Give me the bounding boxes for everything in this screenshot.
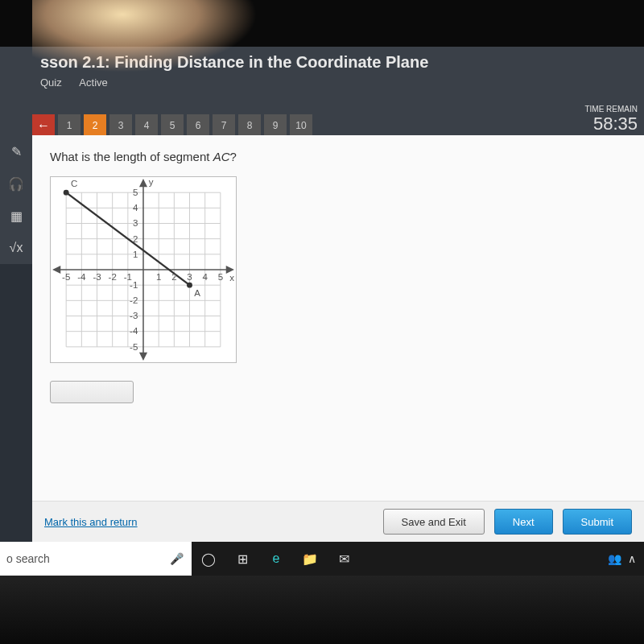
screen: sson 2.1: Finding Distance in the Coordi…	[0, 47, 644, 542]
svg-marker-22	[227, 266, 233, 273]
svg-text:-2: -2	[130, 295, 138, 305]
svg-text:A: A	[194, 288, 200, 298]
tool-column: ✎ 🎧 ▦ √x	[0, 135, 32, 264]
svg-marker-23	[54, 266, 60, 273]
svg-marker-25	[140, 353, 147, 360]
sqrt-tool-icon[interactable]: √x	[0, 232, 32, 264]
timer-label: TIME REMAIN	[584, 105, 638, 114]
svg-text:1: 1	[156, 272, 161, 282]
save-and-exit-button[interactable]: Save and Exit	[383, 509, 485, 535]
coordinate-graph: -5-5-4-4-3-3-2-2-1-11122334455CAxy	[50, 176, 237, 363]
question-nav-10[interactable]: 10	[290, 114, 312, 137]
question-nav-5[interactable]: 5	[161, 114, 184, 137]
timer-value: 58:35	[584, 114, 638, 134]
svg-text:5: 5	[218, 272, 223, 282]
question-nav-2[interactable]: 2	[84, 114, 106, 137]
cortana-icon[interactable]: ◯	[192, 542, 225, 576]
taskbar-tray: 👥 ∧	[608, 552, 644, 565]
submit-button[interactable]: Submit	[563, 509, 632, 535]
laptop-frame: sson 2.1: Finding Distance in the Coordi…	[0, 0, 644, 644]
svg-text:-4: -4	[130, 327, 138, 336]
svg-text:4: 4	[133, 203, 138, 213]
prompt-suffix: ?	[229, 150, 236, 163]
svg-text:-5: -5	[130, 342, 138, 352]
svg-text:y: y	[149, 177, 154, 187]
svg-text:x: x	[229, 273, 234, 283]
svg-text:-1: -1	[130, 280, 138, 290]
people-icon[interactable]: 👥	[608, 552, 621, 565]
question-prompt: What is the length of segment AC?	[50, 150, 626, 163]
svg-text:2: 2	[133, 234, 138, 244]
file-explorer-icon[interactable]: 📁	[293, 542, 327, 576]
timer-box: TIME REMAIN 58:35	[584, 105, 644, 134]
tray-chevron-icon[interactable]: ∧	[628, 552, 636, 565]
prompt-prefix: What is the length of segment	[50, 150, 213, 163]
windows-taskbar: o search 🎤 ◯ ⊞ e 📁 ✉ 👥 ∧	[0, 542, 644, 576]
question-nav-8[interactable]: 8	[238, 114, 261, 137]
taskview-icon[interactable]: ⊞	[225, 542, 259, 576]
svg-text:C: C	[71, 178, 77, 188]
svg-text:2: 2	[171, 272, 176, 282]
question-nav-3[interactable]: 3	[109, 114, 132, 137]
svg-text:1: 1	[133, 250, 138, 259]
quiz-label: Quiz	[40, 76, 62, 89]
svg-point-28	[187, 283, 192, 288]
mail-icon[interactable]: ✉	[327, 542, 361, 576]
mic-icon[interactable]: 🎤	[170, 552, 184, 565]
svg-point-27	[64, 190, 69, 196]
svg-text:-5: -5	[62, 272, 70, 282]
svg-text:5: 5	[133, 188, 138, 197]
segment-name: AC	[213, 150, 230, 163]
taskbar-search[interactable]: o search 🎤	[0, 542, 192, 576]
next-button[interactable]: Next	[494, 509, 553, 535]
active-label: Active	[79, 76, 107, 89]
laptop-bezel-bottom	[0, 576, 644, 644]
svg-text:-4: -4	[77, 272, 86, 282]
headphones-tool-icon[interactable]: 🎧	[0, 167, 32, 200]
svg-text:4: 4	[202, 272, 208, 282]
pencil-tool-icon[interactable]: ✎	[0, 135, 32, 167]
svg-text:-2: -2	[109, 272, 117, 282]
question-number-list: 12345678910	[58, 114, 316, 137]
question-nav-7[interactable]: 7	[213, 114, 235, 137]
question-content: What is the length of segment AC?	[32, 135, 644, 502]
question-nav-9[interactable]: 9	[264, 114, 287, 137]
question-nav-6[interactable]: 6	[187, 114, 209, 137]
svg-marker-24	[140, 180, 147, 187]
bottom-bar: Mark this and return Save and Exit Next …	[32, 501, 644, 542]
question-nav-1[interactable]: 1	[58, 114, 80, 137]
lesson-title: sson 2.1: Finding Distance in the Coordi…	[40, 53, 644, 72]
svg-text:-3: -3	[130, 311, 138, 320]
search-placeholder-text: o search	[6, 552, 50, 565]
answer-input[interactable]	[50, 381, 134, 403]
question-nav-4[interactable]: 4	[135, 114, 158, 137]
mark-and-return-link[interactable]: Mark this and return	[44, 516, 138, 528]
back-arrow-button[interactable]: ←	[32, 114, 55, 137]
svg-text:3: 3	[133, 218, 138, 228]
lesson-header: sson 2.1: Finding Distance in the Coordi…	[0, 47, 644, 109]
edge-icon[interactable]: e	[259, 542, 293, 576]
svg-text:3: 3	[187, 272, 192, 282]
svg-text:-3: -3	[93, 272, 101, 282]
quiz-row: Quiz Active	[40, 76, 644, 89]
calculator-tool-icon[interactable]: ▦	[0, 200, 32, 232]
